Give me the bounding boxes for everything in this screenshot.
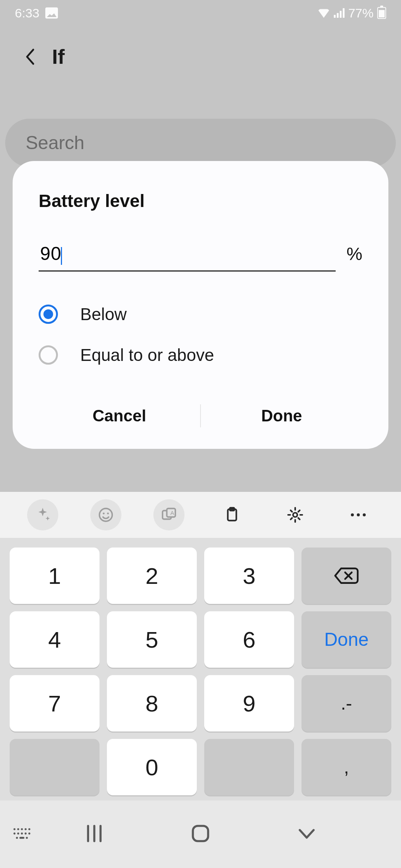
chevron-down-icon	[296, 823, 317, 844]
key-dot-dash[interactable]: .-	[301, 675, 391, 731]
svg-point-21	[26, 837, 28, 839]
backspace-icon	[333, 566, 360, 585]
text-cursor	[61, 247, 62, 265]
ellipsis-icon	[351, 513, 366, 516]
svg-point-16	[21, 832, 23, 834]
percent-unit: %	[346, 244, 362, 264]
keyboard-settings-button[interactable]	[280, 499, 311, 530]
keyboard-toggle-button[interactable]	[13, 827, 31, 842]
input-value: 90	[40, 243, 62, 264]
key-2[interactable]: 2	[107, 548, 197, 604]
back-button[interactable]	[22, 49, 37, 64]
number-keypad: 1 2 3 4 5 6 Done 7 8 9 .- 0 ,	[0, 538, 401, 800]
wifi-icon	[317, 8, 330, 18]
key-done[interactable]: Done	[301, 611, 391, 668]
svg-point-14	[13, 832, 15, 834]
key-3[interactable]: 3	[204, 548, 294, 604]
battery-level-dialog: Battery level 90 % Below Equal to or abo…	[13, 161, 388, 449]
key-6[interactable]: 6	[204, 611, 294, 668]
key-7[interactable]: 7	[10, 675, 100, 731]
svg-point-13	[28, 828, 30, 830]
radio-icon	[39, 345, 58, 365]
page-header: If	[0, 45, 401, 69]
nav-recents-button[interactable]	[84, 823, 105, 845]
chevron-left-icon	[24, 48, 35, 66]
svg-point-9	[13, 828, 15, 830]
dialog-title: Battery level	[39, 191, 362, 211]
keyboard-icon	[13, 827, 31, 840]
key-blank-left[interactable]	[10, 739, 100, 795]
search-bar[interactable]: Search	[5, 119, 396, 167]
radio-option-below[interactable]: Below	[39, 294, 362, 335]
svg-point-15	[17, 832, 19, 834]
status-bar: 6:33 77%	[0, 0, 401, 26]
keyboard-toolbar: A	[0, 492, 401, 538]
recents-icon	[84, 823, 105, 844]
clipboard-icon	[224, 506, 241, 523]
key-blank-right[interactable]	[204, 739, 294, 795]
svg-rect-22	[193, 826, 208, 841]
home-icon	[190, 823, 211, 844]
svg-point-18	[28, 832, 30, 834]
battery-level-input[interactable]: 90	[39, 241, 336, 272]
status-battery-pct: 77%	[348, 6, 374, 20]
svg-rect-20	[19, 837, 24, 839]
keyboard-more-button[interactable]	[343, 499, 374, 530]
page-title: If	[52, 45, 65, 69]
key-8[interactable]: 8	[107, 675, 197, 731]
key-9[interactable]: 9	[204, 675, 294, 731]
sparkle-icon	[34, 506, 51, 523]
signal-icon	[334, 8, 345, 18]
radio-label: Below	[80, 304, 127, 324]
svg-text:A: A	[170, 510, 175, 516]
radio-option-equal-or-above[interactable]: Equal to or above	[39, 335, 362, 375]
key-4[interactable]: 4	[10, 611, 100, 668]
svg-point-2	[107, 513, 109, 514]
svg-point-8	[293, 513, 297, 517]
key-5[interactable]: 5	[107, 611, 197, 668]
screenshot-icon	[45, 7, 58, 19]
radio-label: Equal to or above	[80, 345, 214, 365]
status-time: 6:33	[15, 6, 39, 20]
svg-point-1	[103, 513, 105, 514]
svg-point-17	[25, 832, 26, 834]
ai-suggest-button[interactable]	[27, 499, 58, 530]
svg-point-19	[16, 837, 18, 839]
svg-point-0	[100, 509, 113, 522]
system-nav-bar	[0, 800, 401, 868]
svg-point-11	[21, 828, 23, 830]
svg-point-10	[17, 828, 19, 830]
key-comma[interactable]: ,	[301, 739, 391, 795]
radio-icon	[39, 305, 58, 324]
translate-button[interactable]: A	[153, 499, 185, 530]
key-1[interactable]: 1	[10, 548, 100, 604]
key-backspace[interactable]	[301, 548, 391, 604]
search-placeholder: Search	[26, 132, 84, 154]
clipboard-button[interactable]	[216, 499, 248, 530]
nav-back-button[interactable]	[296, 823, 317, 845]
translate-icon: A	[160, 506, 177, 523]
battery-icon	[377, 7, 386, 19]
svg-point-12	[25, 828, 26, 830]
cancel-button[interactable]: Cancel	[39, 398, 200, 434]
gear-icon	[287, 506, 304, 523]
done-button[interactable]: Done	[201, 398, 362, 434]
emoji-icon	[97, 506, 114, 523]
key-0[interactable]: 0	[107, 739, 197, 795]
nav-home-button[interactable]	[190, 823, 211, 845]
emoji-button[interactable]	[90, 499, 121, 530]
